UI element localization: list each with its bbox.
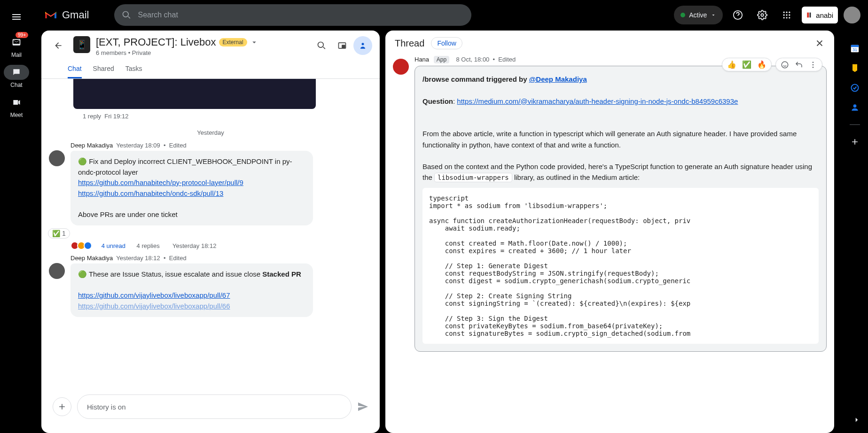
search-icon: [317, 41, 326, 50]
svg-point-24: [853, 104, 857, 108]
search-space-button[interactable]: [312, 36, 331, 55]
keep-addon[interactable]: [849, 62, 860, 74]
org-badge[interactable]: anabi: [802, 7, 838, 23]
more-icon[interactable]: [809, 61, 817, 69]
main-menu-button[interactable]: [5, 6, 28, 28]
pr-link[interactable]: https://github.com/hanabitech/ondc-sdk/p…: [78, 189, 223, 197]
chevron-down-icon: [711, 12, 716, 18]
svg-point-3: [786, 12, 788, 13]
svg-point-8: [783, 17, 785, 18]
svg-point-7: [789, 14, 790, 15]
pr-link[interactable]: https://github.com/hanabitech/py-protoco…: [78, 178, 243, 186]
svg-point-18: [813, 64, 814, 65]
divider: [850, 124, 860, 125]
pr-link[interactable]: https://github.com/vijaylivebox/liveboxa…: [78, 291, 230, 299]
svg-point-19: [813, 66, 814, 68]
nav-meet[interactable]: Meet: [4, 95, 29, 118]
calendar-icon: 31: [850, 43, 860, 54]
space-menu-button[interactable]: [250, 38, 258, 46]
space-avatar: 📱: [73, 36, 90, 53]
apps-grid-icon: [782, 10, 791, 20]
avatar: [393, 59, 409, 75]
gmail-logo[interactable]: Gmail: [44, 9, 89, 21]
image-attachment[interactable]: [73, 79, 316, 109]
svg-rect-11: [807, 13, 809, 18]
back-button[interactable]: [49, 36, 68, 55]
svg-point-15: [362, 43, 364, 45]
send-icon: [357, 401, 368, 412]
plus-icon: [57, 402, 67, 411]
svg-point-5: [783, 14, 785, 15]
thread-title: Thread: [395, 38, 424, 49]
space-title: [EXT, PROJECT]: Livebox: [96, 36, 216, 48]
summarize-button[interactable]: [353, 36, 372, 55]
tab-tasks[interactable]: Tasks: [125, 60, 142, 78]
get-addons-button[interactable]: [849, 136, 860, 147]
reply-icon[interactable]: [795, 61, 803, 69]
reaction-chip[interactable]: ✅ 1: [48, 228, 70, 239]
show-side-panel-button[interactable]: [847, 410, 866, 429]
thread-summary[interactable]: 4 unread 4 replies Yesterday 18:12: [70, 241, 372, 250]
pr-link[interactable]: https://github.com/vijaylivebox/liveboxa…: [78, 302, 230, 310]
search-input[interactable]: Search chat: [114, 4, 471, 26]
close-thread-button[interactable]: [814, 38, 825, 48]
gear-icon: [757, 10, 767, 20]
message-bubble[interactable]: 🟢 These are Issue Status, issue escalate…: [70, 263, 313, 317]
nav-chat[interactable]: Chat: [4, 65, 29, 88]
svg-rect-21: [851, 45, 859, 47]
inline-code: libsodium-wrappers: [434, 173, 512, 182]
space-subtitle: 6 members • Private: [96, 49, 258, 56]
presence-label: Active: [689, 11, 707, 19]
calendar-addon[interactable]: 31: [849, 43, 860, 54]
svg-rect-14: [342, 45, 345, 47]
search-placeholder: Search chat: [138, 11, 178, 19]
avatar: [49, 150, 65, 166]
plus-icon: [850, 137, 860, 147]
compose-input[interactable]: History is on: [77, 394, 352, 419]
contacts-addon[interactable]: [849, 102, 860, 113]
settings-button[interactable]: [753, 6, 772, 24]
keep-icon: [850, 63, 860, 73]
tab-shared[interactable]: Shared: [93, 60, 114, 78]
nav-meet-label: Meet: [10, 112, 23, 118]
thread-message-card[interactable]: 👍 ✅ 🔥 /: [414, 66, 827, 352]
tasks-addon[interactable]: [849, 82, 860, 93]
help-icon: [733, 10, 743, 20]
nav-mail-label: Mail: [11, 52, 22, 58]
support-button[interactable]: [728, 6, 747, 24]
presence-menu[interactable]: Active: [674, 6, 723, 24]
svg-point-4: [789, 12, 790, 13]
message-actions[interactable]: [775, 58, 822, 71]
message-meta: Deep Makadiya Yesterday 18:12 • Edited: [70, 255, 372, 262]
org-logo-icon: [806, 11, 814, 19]
svg-point-9: [786, 17, 788, 18]
mention-link[interactable]: @Deep Makadiya: [529, 75, 587, 83]
message-bubble[interactable]: 🟢 Fix and Deploy incorrect CLIENT_WEBHOO…: [70, 151, 313, 225]
popout-icon: [337, 41, 347, 50]
emoji-icon[interactable]: [781, 61, 789, 69]
question-link[interactable]: https://medium.com/@vikramacharya/auth-h…: [457, 97, 738, 105]
apps-button[interactable]: [777, 6, 796, 24]
quick-reactions[interactable]: 👍 ✅ 🔥: [722, 58, 772, 71]
code-block[interactable]: typescript import * as sodium from 'libs…: [422, 188, 819, 344]
account-avatar[interactable]: [844, 7, 860, 23]
nav-mail[interactable]: 99+ Mail: [4, 35, 29, 58]
reply-summary[interactable]: 1 reply Fri 19:12: [83, 113, 372, 120]
contacts-icon: [850, 103, 860, 112]
tab-chat[interactable]: Chat: [68, 60, 82, 78]
follow-button[interactable]: Follow: [431, 37, 462, 49]
send-button[interactable]: [357, 401, 368, 412]
day-separator: Yesterday: [49, 129, 372, 136]
add-attachment-button[interactable]: [53, 397, 71, 416]
chevron-down-icon: [250, 38, 258, 46]
popout-button[interactable]: [333, 36, 352, 55]
svg-text:31: 31: [852, 47, 857, 52]
svg-point-1: [761, 14, 764, 16]
person-spark-icon: [358, 41, 368, 50]
svg-point-16: [782, 62, 788, 68]
svg-point-6: [786, 14, 788, 15]
presence-dot-icon: [680, 13, 685, 17]
arrow-left-icon: [54, 41, 63, 50]
svg-point-2: [783, 12, 785, 13]
tasks-icon: [850, 83, 860, 93]
